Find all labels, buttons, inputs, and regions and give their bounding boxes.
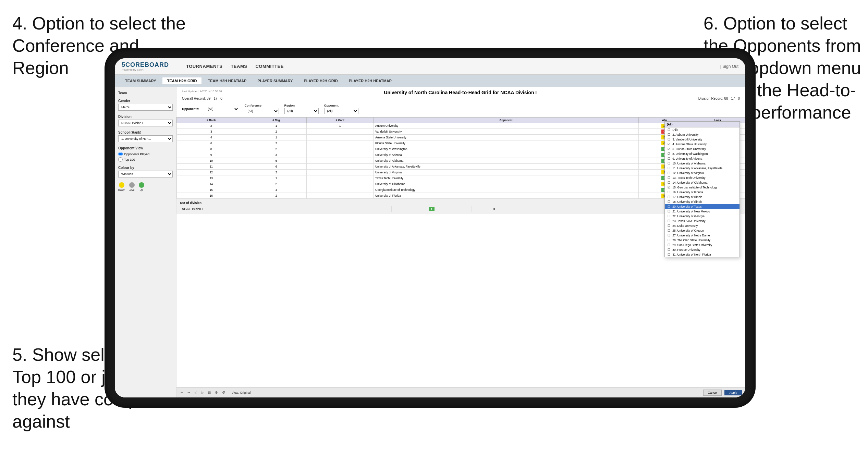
dropdown-item[interactable]: ☐ 9. University of Arizona — [665, 156, 739, 161]
opponent-select[interactable]: (All) — [324, 108, 358, 114]
sidebar-opponent-view-field: Opponent View Opponents Played Top 100 — [118, 146, 173, 162]
nav-signout[interactable]: | Sign Out — [720, 64, 738, 69]
toolbar-redo[interactable]: ↪ — [187, 391, 191, 394]
opponent-dropdown[interactable]: (All) ☐ (All)☑ 2. Auburn University☐ 3. … — [664, 121, 740, 257]
dropdown-item[interactable]: ☐ 16. University of Florida — [665, 190, 739, 195]
toolbar-undo[interactable]: ↩ — [180, 391, 184, 394]
opponents-select[interactable]: (All) — [205, 106, 239, 112]
sidebar-team-label: Team — [118, 91, 173, 95]
toolbar-back[interactable]: ◁ — [194, 391, 198, 394]
filter-row: Opponents: (All) Conference (All) — [182, 102, 740, 115]
sidebar-gender-select[interactable]: Men's — [118, 104, 173, 111]
dropdown-item[interactable]: ☐ 27. University of Notre Dame — [665, 233, 739, 238]
col-opponent: Opponent — [373, 118, 638, 123]
dropdown-item[interactable]: ☐ 12. University of Virginia — [665, 171, 739, 175]
dropdown-item[interactable]: ☐ 31. University of North Florida — [665, 252, 739, 257]
toolbar-forward[interactable]: ▷ — [200, 391, 205, 394]
app-header: 5COREBOARD Powered by Sport TOURNAMENTS … — [115, 58, 745, 75]
filter-conference: Conference (All) — [245, 104, 279, 114]
sidebar-opponent-view-label: Opponent View — [118, 146, 173, 150]
sidebar-division-select[interactable]: NCAA Division I — [118, 120, 173, 126]
out-label: Out of division — [180, 201, 742, 205]
sidebar-colour-label: Colour by — [118, 166, 173, 170]
table-container: # Rank # Rag # Conf Opponent Win Loss 2 … — [176, 117, 745, 387]
dropdown-item[interactable]: ☐ 22. University of Georgia — [665, 214, 739, 219]
nav-teams[interactable]: TEAMS — [231, 64, 247, 69]
subnav-player-h2h-grid[interactable]: PLAYER H2H GRID — [299, 77, 342, 84]
dropdown-item[interactable]: ☐ 23. Texas A&M University — [665, 219, 739, 223]
dropdown-item[interactable]: ☐ 14. University of Oklahoma — [665, 180, 739, 185]
out-of-division: Out of division NCAA Division II 1 0 — [176, 199, 745, 214]
apply-button[interactable]: Apply — [724, 390, 742, 395]
conference-select[interactable]: (All) — [245, 108, 279, 114]
table-row: 13 1 Texas Tech University 3 0 — [177, 175, 745, 181]
subnav-player-h2h-heatmap[interactable]: PLAYER H2H HEATMAP — [344, 77, 396, 84]
sidebar-division-field: Division NCAA Division I — [118, 115, 173, 126]
nav-committee[interactable]: COMMITTEE — [255, 64, 284, 69]
col-rank: # Rank — [177, 118, 246, 123]
region-select[interactable]: (All) — [284, 108, 319, 114]
dropdown-item[interactable]: ☐ (All) — [665, 127, 739, 132]
sidebar-school-label: School (Rank) — [118, 131, 173, 134]
color-legend: Down Level Up — [118, 182, 173, 192]
dropdown-item[interactable]: ☐ 10. University of Alabama — [665, 161, 739, 166]
legend-level: Level — [129, 182, 135, 192]
table-row: 4 1 Arizona State University 5 1 — [177, 135, 745, 140]
cancel-button[interactable]: Cancel — [703, 390, 722, 396]
dropdown-item[interactable]: ☐ 13. Texas Tech University — [665, 175, 739, 180]
table-row: 11 6 University of Arkansas, Fayettevill… — [177, 164, 745, 170]
main-content: Team Gender Men's Division NCAA Division… — [115, 87, 745, 397]
dropdown-item[interactable]: ☐ 18. University of Illinois — [665, 199, 739, 204]
radio-top100[interactable]: Top 100 — [118, 157, 173, 162]
col-conf: # Conf — [307, 118, 373, 123]
dropdown-item[interactable]: ☑ 2. Auburn University — [665, 132, 739, 137]
table-row: 10 5 University of Alabama 3 0 — [177, 158, 745, 164]
opponents-label: Opponents: — [182, 107, 199, 111]
dropdown-item[interactable]: ☐ 20. University of Texas — [665, 204, 739, 209]
sidebar-colour-select[interactable]: Win/loss — [118, 171, 173, 177]
dropdown-item[interactable]: ☐ 17. University of Illinois — [665, 195, 739, 199]
grid-records: Overall Record: 89 - 17 - 0 Division Rec… — [182, 97, 740, 100]
table-row: 14 2 University of Oklahoma 2 2 — [177, 181, 745, 187]
table-row: 9 3 University of Arizona 1 0 — [177, 152, 745, 158]
table-row: 3 2 Vanderbilt University 0 4 — [177, 129, 745, 135]
dropdown-item[interactable]: ☑ 15. Georgia Institute of Technology — [665, 185, 739, 190]
subnav-player-summary[interactable]: PLAYER SUMMARY — [253, 77, 297, 84]
legend-up: Up — [139, 182, 144, 192]
subnav-team-summary[interactable]: TEAM SUMMARY — [120, 77, 161, 84]
last-updated: Last Updated: 4/7/2014 16:55:38 — [182, 90, 222, 93]
toolbar-settings[interactable]: ⚙ — [214, 391, 219, 394]
dropdown-item[interactable]: ☐ 11. University of Arkansas, Fayettevil… — [665, 166, 739, 171]
table-row: 2 1 1 Auburn University 2 1 — [177, 123, 745, 129]
dropdown-item[interactable]: ☑ 8. University of Washington — [665, 151, 739, 156]
radio-opponents-played[interactable]: Opponents Played — [118, 152, 173, 156]
filter-region: Region (All) — [284, 104, 319, 114]
dropdown-item[interactable]: ☑ 4. Arizona State University — [665, 142, 739, 147]
toolbar-crop[interactable]: ⊡ — [207, 391, 211, 394]
subnav-team-h2h-heatmap[interactable]: TEAM H2H HEATMAP — [203, 77, 251, 84]
dropdown-item[interactable]: ☐ 25. University of Oregon — [665, 228, 739, 233]
sidebar: Team Gender Men's Division NCAA Division… — [115, 87, 176, 397]
dropdown-item[interactable]: ☐ 21. University of New Mexico — [665, 209, 739, 214]
table-row: 16 2 University of Florida 5 1 — [177, 193, 745, 199]
dropdown-item[interactable]: ☐ 28. The Ohio State University — [665, 238, 739, 243]
table-row: 15 4 Georgia Institute of Technology 5 0 — [177, 187, 745, 193]
logo: 5COREBOARD Powered by Sport — [122, 62, 169, 71]
bottom-toolbar: ↩ ↪ ◁ ▷ ⊡ ⚙ ⏱ View: Original Cancel Appl… — [176, 387, 745, 397]
dropdown-item[interactable]: ☐ 29. San Diego State University — [665, 243, 739, 247]
nav-links: TOURNAMENTS TEAMS COMMITTEE — [186, 64, 284, 69]
dropdown-item[interactable]: ☐ 24. Duke University — [665, 223, 739, 228]
dropdown-item[interactable]: ☑ 6. Florida State University — [665, 147, 739, 151]
out-of-division-table: NCAA Division II 1 0 — [180, 206, 517, 212]
filter-opponent: Opponent (All) — [324, 104, 358, 114]
dropdown-item[interactable]: ☐ 3. Vanderbilt University — [665, 137, 739, 142]
toolbar-time[interactable]: ⏱ — [221, 391, 226, 394]
sidebar-school-select[interactable]: 1. University of Nort... — [118, 135, 173, 142]
subnav-team-h2h-grid[interactable]: TEAM H2H GRID — [162, 77, 202, 84]
nav-tournaments[interactable]: TOURNAMENTS — [186, 64, 222, 69]
sidebar-team-field: Team — [118, 91, 173, 95]
dropdown-item[interactable]: ☐ 30. Purdue University — [665, 247, 739, 252]
table-row: 8 2 University of Washington 1 0 — [177, 146, 745, 152]
table-row: NCAA Division II 1 0 — [180, 206, 517, 212]
sidebar-gender-field: Gender Men's — [118, 99, 173, 111]
